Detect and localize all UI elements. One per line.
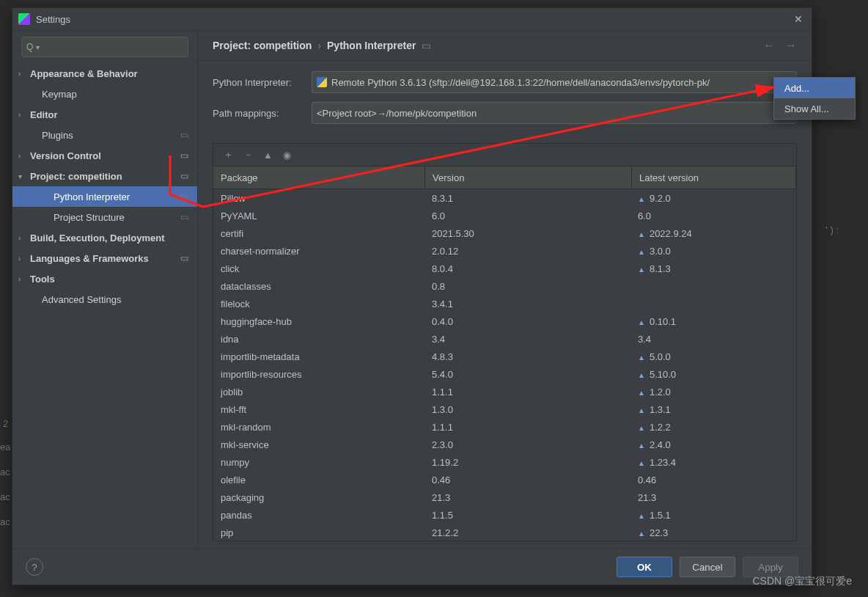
- sidebar-item[interactable]: ▾Project: competition▭: [12, 166, 197, 186]
- cell-version: 8.3.1: [424, 193, 630, 204]
- cell-version: 2.3.0: [424, 439, 630, 450]
- table-row[interactable]: packaging21.321.3: [213, 488, 796, 506]
- show-early-release-icon[interactable]: ◉: [283, 150, 291, 161]
- sidebar-item[interactable]: ›Version Control▭: [12, 145, 197, 166]
- table-row[interactable]: joblib1.1.1▲1.2.0: [213, 383, 796, 400]
- mappings-value: <Project root>→/home/pk/competition: [317, 108, 778, 119]
- table-row[interactable]: mkl-service2.3.0▲2.4.0: [213, 436, 796, 453]
- sidebar-item[interactable]: Advanced Settings: [12, 289, 197, 310]
- table-row[interactable]: charset-normalizer2.0.12▲3.0.0: [213, 242, 796, 260]
- sidebar-item[interactable]: Python Interpreter▭: [12, 186, 197, 207]
- sidebar-item[interactable]: Project Structure▭: [12, 207, 197, 227]
- chevron-icon: ›: [18, 254, 21, 263]
- cell-version: 0.8: [424, 281, 630, 292]
- ok-button[interactable]: OK: [617, 557, 672, 577]
- remove-package-icon[interactable]: －: [243, 148, 253, 161]
- path-mappings-field[interactable]: <Project root>→/home/pk/competition 🗀: [312, 102, 797, 124]
- upgrade-available-icon: ▲: [638, 530, 645, 538]
- sidebar-item[interactable]: ›Tools: [12, 268, 197, 289]
- scope-icon: ▭: [180, 191, 188, 202]
- sidebar-item[interactable]: ›Appearance & Behavior: [12, 63, 197, 84]
- sidebar-item[interactable]: ›Build, Execution, Deployment: [12, 227, 197, 248]
- cell-latest: 6.0: [630, 210, 796, 221]
- cell-version: 4.8.3: [424, 351, 630, 362]
- sidebar-item-label: Plugins: [42, 130, 73, 141]
- interpreter-value: Remote Python 3.6.13 (sftp://dell@192.16…: [331, 77, 779, 88]
- cell-package: Pillow: [213, 193, 424, 204]
- table-row[interactable]: importlib-resources5.4.0▲5.10.0: [213, 365, 796, 383]
- cell-version: 0.4.0: [424, 316, 630, 327]
- cell-package: mkl-fft: [213, 404, 424, 415]
- sidebar-item[interactable]: Keymap: [12, 84, 197, 104]
- table-row[interactable]: idna3.43.4: [213, 330, 796, 348]
- chevron-icon: ›: [18, 70, 21, 78]
- cell-version: 21.3: [424, 492, 630, 503]
- upgrade-available-icon: ▲: [638, 248, 645, 256]
- cancel-button[interactable]: Cancel: [680, 557, 735, 577]
- cell-package: pip: [213, 527, 424, 538]
- cell-latest: 21.3: [630, 492, 796, 503]
- titlebar: Settings ✕: [12, 8, 812, 31]
- apply-button: Apply: [743, 557, 798, 577]
- column-version[interactable]: Version: [425, 166, 632, 188]
- scope-icon: ▭: [180, 150, 188, 161]
- upgrade-available-icon: ▲: [638, 195, 645, 203]
- packages-table: Package Version Latest version Pillow8.3…: [213, 166, 797, 541]
- search-input[interactable]: Q ▾: [21, 37, 188, 57]
- cell-package: PyYAML: [213, 210, 424, 221]
- table-row[interactable]: mkl-random1.1.1▲1.2.2: [213, 418, 796, 436]
- cell-latest: ▲1.2.0: [630, 387, 796, 398]
- sidebar-item[interactable]: ›Languages & Frameworks▭: [12, 248, 197, 268]
- interpreter-combo[interactable]: Remote Python 3.6.13 (sftp://dell@192.16…: [312, 71, 797, 93]
- menu-show-all[interactable]: Show All...: [774, 98, 855, 119]
- table-row[interactable]: pip21.2.2▲22.3: [213, 524, 796, 541]
- table-row[interactable]: huggingface-hub0.4.0▲0.10.1: [213, 312, 796, 330]
- settings-dialog: Settings ✕ Q ▾ ›Appearance & BehaviorKey…: [12, 7, 812, 585]
- cell-package: joblib: [213, 387, 424, 398]
- sidebar-item[interactable]: ›Editor: [12, 104, 197, 125]
- cell-latest: ▲1.23.4: [630, 457, 796, 468]
- column-latest[interactable]: Latest version: [632, 166, 796, 188]
- cell-latest: ▲2.4.0: [630, 439, 796, 450]
- cell-latest: 3.4: [630, 334, 796, 345]
- upgrade-package-icon[interactable]: ▲: [263, 150, 273, 161]
- cell-version: 2021.5.30: [424, 228, 630, 239]
- table-row[interactable]: pandas1.1.5▲1.5.1: [213, 506, 796, 524]
- scope-icon: ▭: [180, 171, 188, 181]
- table-row[interactable]: dataclasses0.8: [213, 277, 796, 295]
- nav-back-icon[interactable]: ←: [763, 39, 775, 52]
- table-row[interactable]: mkl-fft1.3.0▲1.3.1: [213, 400, 796, 418]
- table-row[interactable]: numpy1.19.2▲1.23.4: [213, 453, 796, 471]
- cell-version: 8.0.4: [424, 263, 630, 274]
- python-icon: [317, 77, 327, 87]
- column-package[interactable]: Package: [213, 166, 425, 188]
- cell-latest: ▲5.0.0: [630, 351, 796, 362]
- cell-version: 5.4.0: [424, 369, 630, 380]
- table-row[interactable]: click8.0.4▲8.1.3: [213, 260, 796, 277]
- cell-package: dataclasses: [213, 281, 424, 292]
- scope-icon: ▭: [180, 212, 188, 222]
- cell-package: idna: [213, 334, 424, 345]
- close-icon[interactable]: ✕: [791, 10, 806, 28]
- table-row[interactable]: Pillow8.3.1▲9.2.0: [213, 189, 796, 207]
- tag-icon: ▭: [422, 40, 431, 51]
- sidebar-item-label: Appearance & Behavior: [30, 68, 138, 79]
- cell-latest: ▲1.2.2: [630, 422, 796, 433]
- table-row[interactable]: PyYAML6.06.0: [213, 207, 796, 224]
- table-row[interactable]: olefile0.460.46: [213, 471, 796, 488]
- sidebar-item-label: Advanced Settings: [42, 294, 121, 305]
- sidebar-item-label: Tools: [30, 274, 55, 285]
- mappings-label: Path mappings:: [213, 108, 312, 119]
- chevron-icon: ›: [18, 111, 21, 119]
- chevron-down-icon: ▾: [36, 43, 40, 51]
- window-title: Settings: [36, 14, 791, 25]
- menu-add[interactable]: Add...: [774, 78, 855, 98]
- table-row[interactable]: filelock3.4.1: [213, 295, 796, 312]
- nav-forward-icon[interactable]: →: [785, 39, 797, 52]
- add-package-icon[interactable]: ＋: [224, 148, 233, 161]
- help-icon[interactable]: ?: [26, 558, 43, 576]
- sidebar-item[interactable]: Plugins▭: [12, 125, 197, 145]
- table-row[interactable]: certifi2021.5.30▲2022.9.24: [213, 224, 796, 242]
- cell-latest: ▲1.3.1: [630, 404, 796, 415]
- table-row[interactable]: importlib-metadata4.8.3▲5.0.0: [213, 348, 796, 365]
